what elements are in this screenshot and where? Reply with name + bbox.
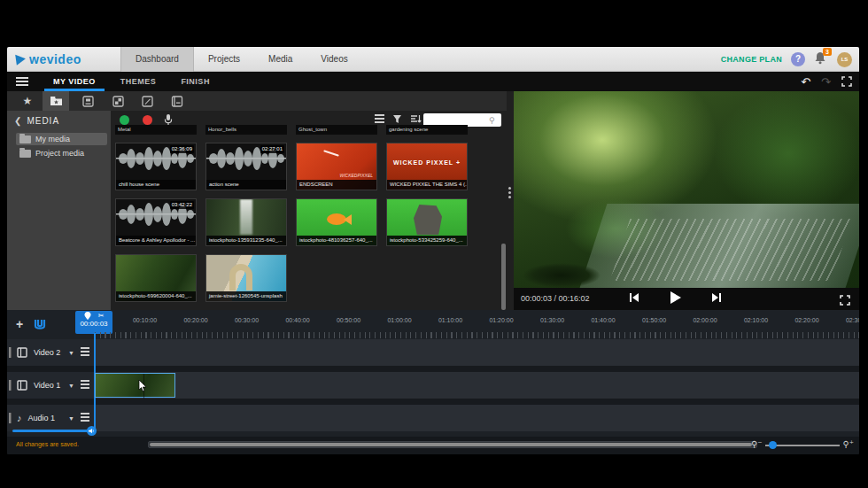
watermark-text: WICKEDPIXXEL bbox=[339, 173, 373, 178]
media-tile[interactable]: istockphoto-699620004-640_... bbox=[115, 254, 197, 302]
track-lane-video-2[interactable] bbox=[95, 339, 859, 366]
track-header-video-1[interactable]: Video 1 ▼ bbox=[7, 372, 95, 399]
wevideo-logo[interactable]: wevideo bbox=[16, 50, 81, 68]
media-tile-label-partial[interactable]: Metal bbox=[115, 125, 197, 135]
track-volume-slider[interactable] bbox=[12, 426, 97, 435]
media-tile[interactable]: WICKED PIXXEL +WICKED PIXXEL THE SIMS 4 … bbox=[386, 143, 468, 190]
media-tile[interactable]: istockphoto-481036257-640_... bbox=[296, 198, 377, 246]
media-sidebar: ❮ MEDIA My media Project media bbox=[7, 111, 111, 310]
add-track-button[interactable]: + bbox=[16, 317, 23, 331]
duration-badge: 03:42:22 bbox=[170, 201, 194, 209]
ruler-label: 00:20:00 bbox=[183, 317, 207, 323]
preview-video[interactable] bbox=[514, 91, 859, 288]
folder-label: My media bbox=[35, 135, 70, 143]
media-tile[interactable]: 03:42:22Beatcore & Ashley Apollodor - ..… bbox=[115, 198, 197, 246]
top-nav-dashboard[interactable]: Dashboard bbox=[120, 47, 194, 72]
track-grip-icon[interactable] bbox=[9, 347, 12, 358]
tab-text-templates[interactable] bbox=[164, 91, 190, 111]
track-menu-icon[interactable] bbox=[81, 413, 89, 423]
track-grip-icon[interactable] bbox=[9, 380, 12, 391]
divider-handle-icon bbox=[508, 187, 511, 200]
top-nav-videos[interactable]: Videos bbox=[306, 47, 361, 72]
media-tile-label: action scene bbox=[206, 180, 286, 190]
track-header-video-2[interactable]: Video 2 ▼ bbox=[7, 339, 95, 366]
track-caret-icon[interactable]: ▼ bbox=[68, 415, 74, 422]
tab-graphics[interactable] bbox=[105, 91, 131, 111]
track-caret-icon[interactable]: ▼ bbox=[68, 383, 74, 389]
media-panel-header[interactable]: ❮ MEDIA bbox=[7, 111, 111, 131]
media-tile[interactable]: 02:27:01action scene bbox=[205, 143, 287, 190]
timeline-hscrollbar[interactable] bbox=[148, 441, 757, 448]
top-navigation: DashboardProjectsMediaVideos bbox=[120, 47, 362, 72]
folder-my-media[interactable]: My media bbox=[16, 133, 107, 145]
help-icon[interactable]: ? bbox=[791, 52, 805, 66]
preview-controls: 00:00:03 / 00:16:02 bbox=[514, 288, 859, 310]
avatar[interactable]: LS bbox=[837, 52, 852, 67]
zoom-slider-knob[interactable] bbox=[769, 441, 777, 449]
folder-label: Project media bbox=[35, 149, 84, 158]
tab-edit-image[interactable] bbox=[134, 91, 160, 111]
folder-icon bbox=[19, 136, 31, 143]
menu-icon[interactable] bbox=[16, 77, 28, 86]
undo-icon[interactable]: ↶ bbox=[801, 75, 810, 89]
timeline-ruler[interactable]: 00:10:0000:20:0000:30:0000:40:0000:50:00… bbox=[95, 310, 859, 339]
track-lane-video-1[interactable] bbox=[95, 372, 859, 399]
tab-favorites[interactable]: ★ bbox=[14, 91, 41, 111]
media-tile-label-partial[interactable]: Honor_bells bbox=[205, 125, 287, 135]
top-nav-projects[interactable]: Projects bbox=[194, 47, 254, 72]
zoom-in-icon[interactable]: ⚲⁺ bbox=[842, 439, 854, 449]
folder-project-media[interactable]: Project media bbox=[16, 147, 107, 159]
editor-tab-finish[interactable]: FINISH bbox=[168, 72, 222, 91]
media-grid-scrollbar[interactable] bbox=[501, 244, 506, 310]
zoom-out-icon[interactable]: ⚲⁻ bbox=[751, 439, 763, 449]
top-nav-media[interactable]: Media bbox=[254, 47, 306, 72]
transport-controls bbox=[629, 291, 722, 304]
track-grip-icon[interactable] bbox=[9, 413, 12, 423]
tab-stock-media[interactable] bbox=[74, 91, 101, 111]
play-button[interactable] bbox=[670, 291, 681, 304]
ruler-label: 00:50:00 bbox=[337, 317, 360, 323]
media-tile-label-partial[interactable]: gardening scene bbox=[386, 125, 468, 135]
change-plan-link[interactable]: CHANGE PLAN bbox=[721, 55, 782, 64]
notifications-button[interactable]: 3 bbox=[814, 51, 828, 67]
editor-tab-themes[interactable]: THEMES bbox=[108, 72, 169, 91]
media-tile[interactable]: istockphoto-533425259-640_... bbox=[386, 198, 468, 246]
media-tile-label: ENDSCREEN bbox=[297, 180, 376, 190]
skip-back-button[interactable] bbox=[629, 292, 639, 303]
media-tile[interactable]: 02:36:09chill house scene bbox=[115, 143, 197, 190]
fullscreen-button[interactable] bbox=[840, 293, 850, 309]
star-icon: ★ bbox=[23, 95, 33, 107]
timeline: + ✂ 00:00:03 00:10:0000:20:0000:30:0000:… bbox=[7, 310, 859, 454]
ruler-label: 01:40:00 bbox=[591, 317, 615, 323]
snap-magnet-icon[interactable] bbox=[34, 319, 46, 330]
book-icon bbox=[171, 96, 183, 107]
duration-badge: 02:27:01 bbox=[260, 145, 284, 153]
panel-divider[interactable] bbox=[507, 91, 514, 310]
mouse-cursor-icon bbox=[138, 380, 147, 392]
media-tile[interactable]: istockphoto-135931235-640_... bbox=[205, 198, 287, 246]
media-grid: MetalHonor_bellsGhost_towngardening scen… bbox=[111, 123, 500, 310]
media-folder-icon bbox=[50, 96, 63, 106]
expand-icon[interactable] bbox=[841, 76, 852, 87]
track-caret-icon[interactable]: ▼ bbox=[68, 350, 74, 356]
media-tile-label-partial[interactable]: Ghost_town bbox=[296, 125, 377, 135]
streak bbox=[323, 150, 339, 156]
skip-forward-button[interactable] bbox=[711, 292, 722, 303]
notification-badge: 3 bbox=[823, 48, 832, 56]
tab-my-media[interactable] bbox=[43, 91, 69, 111]
editor-nav-bar: MY VIDEOTHEMESFINISH ↶ ↷ bbox=[7, 72, 859, 91]
media-tile[interactable]: WICKEDPIXXELENDSCREEN bbox=[296, 143, 377, 190]
ruler-label: 00:30:00 bbox=[235, 317, 259, 323]
track-lane-audio-1[interactable] bbox=[95, 405, 859, 431]
media-tile-label: istockphoto-533425259-640_... bbox=[387, 236, 467, 245]
video-track-icon bbox=[17, 347, 27, 358]
wevideo-logo-text: wevideo bbox=[29, 52, 81, 66]
track-menu-icon[interactable] bbox=[81, 347, 89, 358]
hscrollbar-thumb[interactable] bbox=[150, 443, 752, 446]
marker-icon bbox=[84, 312, 91, 320]
redo-icon[interactable]: ↷ bbox=[821, 75, 831, 89]
timeline-clip-forest[interactable] bbox=[95, 373, 175, 398]
media-tile[interactable]: jamie-street-1260545-unsplash bbox=[205, 254, 287, 302]
editor-tab-my-video[interactable]: MY VIDEO bbox=[41, 72, 108, 91]
track-menu-icon[interactable] bbox=[81, 380, 89, 391]
